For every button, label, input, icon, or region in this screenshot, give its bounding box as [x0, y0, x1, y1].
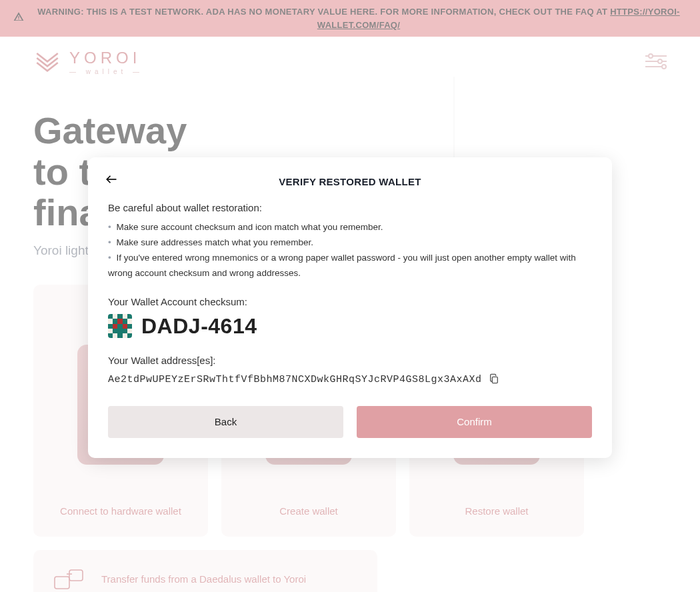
checksum-value: DADJ-4614 [141, 314, 257, 339]
copy-address-icon[interactable] [489, 373, 499, 387]
address-label: Your Wallet address[es]: [108, 355, 592, 366]
back-arrow-icon[interactable] [104, 173, 119, 188]
confirm-button[interactable]: Confirm [357, 406, 592, 438]
verify-restored-wallet-dialog: VERIFY RESTORED WALLET Be careful about … [88, 157, 612, 458]
dialog-actions: Back Confirm [108, 406, 592, 438]
svg-rect-9 [492, 377, 497, 383]
dialog-title: VERIFY RESTORED WALLET [108, 176, 592, 187]
checksum-label: Your Wallet Account checksum: [108, 296, 592, 307]
dialog-intro: Be careful about wallet restoration: [108, 202, 592, 213]
checksum-row: DADJ-4614 [108, 314, 592, 339]
dialog-bullet: Make sure addresses match what you remem… [108, 235, 592, 251]
address-row: Ae2tdPwUPEYzErSRwThtfVfBbhM87NCXDwkGHRqS… [108, 373, 592, 387]
dialog-bullet: Make sure account checksum and icon matc… [108, 220, 592, 235]
back-button[interactable]: Back [108, 406, 343, 438]
dialog-bullet: If you've entered wrong mnemonics or a w… [108, 251, 592, 281]
dialog-bullets: Make sure account checksum and icon matc… [108, 220, 592, 281]
wallet-identicon [108, 314, 132, 338]
modal-overlay: VERIFY RESTORED WALLET Be careful about … [0, 0, 700, 592]
wallet-address: Ae2tdPwUPEYzErSRwThtfVfBbhM87NCXDwkGHRqS… [108, 374, 482, 385]
